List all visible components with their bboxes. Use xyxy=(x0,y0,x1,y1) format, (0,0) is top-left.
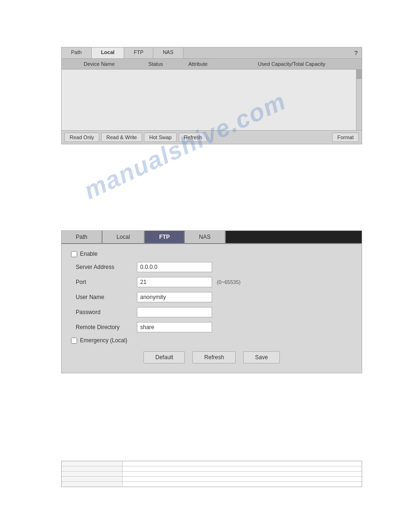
ftp-button-row: Default Refresh Save xyxy=(71,351,352,363)
row3-right xyxy=(123,472,362,476)
tab-ftp[interactable]: FTP xyxy=(124,47,153,58)
password-input[interactable] xyxy=(137,307,212,317)
tab-spacer xyxy=(183,47,350,58)
port-hint: (0~65535) xyxy=(217,279,240,285)
table-row xyxy=(62,477,362,482)
table-header: Device Name Status Attribute Used Capaci… xyxy=(62,59,362,70)
password-label: Password xyxy=(71,309,137,315)
ftp-tab-bar: Path Local FTP NAS xyxy=(62,231,362,244)
refresh-button-top[interactable]: Refresh xyxy=(179,133,207,142)
row1-left xyxy=(62,461,123,466)
server-address-input[interactable] xyxy=(137,262,212,272)
scrollbar[interactable] xyxy=(356,70,362,130)
ftp-content: Enable Server Address Port (0~65535) Use… xyxy=(62,244,362,373)
ftp-tab-local[interactable]: Local xyxy=(103,231,145,243)
port-label: Port xyxy=(71,279,137,285)
enable-label: Enable xyxy=(80,251,97,257)
username-label: User Name xyxy=(71,294,137,300)
hot-swap-button[interactable]: Hot Swap xyxy=(144,133,177,142)
table-row xyxy=(62,466,362,472)
row4-left xyxy=(62,477,123,481)
table-row xyxy=(62,472,362,477)
password-row: Password xyxy=(71,307,352,317)
right-buttons: Format xyxy=(332,133,359,142)
row5-left xyxy=(62,482,123,487)
bottom-table xyxy=(61,461,362,487)
username-row: User Name xyxy=(71,292,352,302)
tab-local[interactable]: Local xyxy=(92,47,125,58)
format-button[interactable]: Format xyxy=(332,133,359,142)
ftp-tab-nas[interactable]: NAS xyxy=(185,231,226,243)
row2-left xyxy=(62,466,123,471)
port-row: Port (0~65535) xyxy=(71,277,352,287)
top-panel: Path Local FTP NAS ? Device Name Status … xyxy=(61,47,362,144)
col-device-name: Device Name xyxy=(62,60,137,68)
col-attribute: Attribute xyxy=(174,60,222,68)
enable-checkbox[interactable] xyxy=(71,251,77,257)
default-button[interactable]: Default xyxy=(143,351,185,363)
remote-dir-input[interactable] xyxy=(137,322,212,332)
left-buttons: Read Only Read & Write Hot Swap Refresh xyxy=(64,133,207,142)
server-address-label: Server Address xyxy=(71,264,137,270)
row3-left xyxy=(62,472,123,476)
ftp-panel: Path Local FTP NAS Enable Server Address… xyxy=(61,230,362,373)
read-write-button[interactable]: Read & Write xyxy=(101,133,142,142)
ftp-tab-ftp[interactable]: FTP xyxy=(145,231,185,243)
row2-right xyxy=(123,466,362,471)
row5-right xyxy=(123,482,362,487)
emergency-row: Emergency (Local) xyxy=(71,337,352,344)
tab-nas[interactable]: NAS xyxy=(153,47,183,58)
ftp-tab-spacer xyxy=(226,231,362,243)
server-address-row: Server Address xyxy=(71,262,352,272)
table-body xyxy=(62,70,362,131)
row1-right xyxy=(123,461,362,466)
tab-path[interactable]: Path xyxy=(62,47,92,58)
top-panel-bottom-bar: Read Only Read & Write Hot Swap Refresh … xyxy=(62,131,362,144)
remote-dir-label: Remote Directory xyxy=(71,324,137,331)
username-input[interactable] xyxy=(137,292,212,302)
row4-right xyxy=(123,477,362,481)
help-icon[interactable]: ? xyxy=(350,47,362,58)
refresh-button[interactable]: Refresh xyxy=(192,351,236,363)
remote-dir-row: Remote Directory xyxy=(71,322,352,332)
scrollbar-thumb[interactable] xyxy=(357,70,362,79)
top-tab-bar: Path Local FTP NAS ? xyxy=(62,47,362,59)
enable-row: Enable xyxy=(71,251,352,257)
save-button[interactable]: Save xyxy=(243,351,279,363)
col-capacity: Used Capacity/Total Capacity xyxy=(222,60,362,68)
ftp-tab-path[interactable]: Path xyxy=(62,231,103,243)
read-only-button[interactable]: Read Only xyxy=(64,133,99,142)
col-status: Status xyxy=(137,60,174,68)
port-input[interactable] xyxy=(137,277,212,287)
table-row xyxy=(62,482,362,487)
table-row xyxy=(62,461,362,466)
emergency-label: Emergency (Local) xyxy=(80,337,127,344)
emergency-checkbox[interactable] xyxy=(71,338,77,344)
